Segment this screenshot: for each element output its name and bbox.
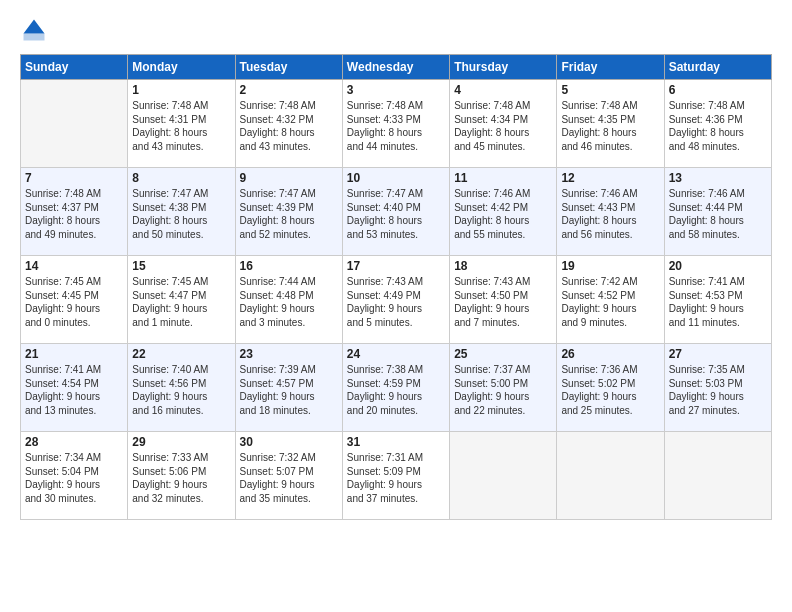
weekday-header-sunday: Sunday [21,55,128,80]
calendar-cell: 26Sunrise: 7:36 AMSunset: 5:02 PMDayligh… [557,344,664,432]
day-info: Sunrise: 7:43 AMSunset: 4:49 PMDaylight:… [347,275,445,329]
day-number: 22 [132,347,230,361]
weekday-header-monday: Monday [128,55,235,80]
day-number: 18 [454,259,552,273]
day-info: Sunrise: 7:48 AMSunset: 4:34 PMDaylight:… [454,99,552,153]
day-number: 21 [25,347,123,361]
day-info: Sunrise: 7:47 AMSunset: 4:40 PMDaylight:… [347,187,445,241]
day-number: 4 [454,83,552,97]
day-number: 24 [347,347,445,361]
day-number: 26 [561,347,659,361]
day-info: Sunrise: 7:35 AMSunset: 5:03 PMDaylight:… [669,363,767,417]
calendar-cell: 16Sunrise: 7:44 AMSunset: 4:48 PMDayligh… [235,256,342,344]
calendar-cell: 8Sunrise: 7:47 AMSunset: 4:38 PMDaylight… [128,168,235,256]
calendar-cell: 3Sunrise: 7:48 AMSunset: 4:33 PMDaylight… [342,80,449,168]
calendar-cell: 15Sunrise: 7:45 AMSunset: 4:47 PMDayligh… [128,256,235,344]
logo [20,16,52,44]
day-info: Sunrise: 7:46 AMSunset: 4:42 PMDaylight:… [454,187,552,241]
day-info: Sunrise: 7:45 AMSunset: 4:47 PMDaylight:… [132,275,230,329]
page: SundayMondayTuesdayWednesdayThursdayFrid… [0,0,792,612]
day-number: 13 [669,171,767,185]
day-number: 1 [132,83,230,97]
day-number: 8 [132,171,230,185]
weekday-header-tuesday: Tuesday [235,55,342,80]
day-info: Sunrise: 7:41 AMSunset: 4:54 PMDaylight:… [25,363,123,417]
day-info: Sunrise: 7:38 AMSunset: 4:59 PMDaylight:… [347,363,445,417]
weekday-header-wednesday: Wednesday [342,55,449,80]
day-info: Sunrise: 7:48 AMSunset: 4:31 PMDaylight:… [132,99,230,153]
calendar-cell [450,432,557,520]
day-info: Sunrise: 7:39 AMSunset: 4:57 PMDaylight:… [240,363,338,417]
day-number: 15 [132,259,230,273]
svg-marker-0 [24,20,45,34]
day-info: Sunrise: 7:40 AMSunset: 4:56 PMDaylight:… [132,363,230,417]
day-number: 12 [561,171,659,185]
calendar-cell: 5Sunrise: 7:48 AMSunset: 4:35 PMDaylight… [557,80,664,168]
day-number: 6 [669,83,767,97]
calendar-cell: 19Sunrise: 7:42 AMSunset: 4:52 PMDayligh… [557,256,664,344]
calendar-table: SundayMondayTuesdayWednesdayThursdayFrid… [20,54,772,520]
svg-rect-1 [24,34,45,41]
day-number: 16 [240,259,338,273]
calendar-cell: 28Sunrise: 7:34 AMSunset: 5:04 PMDayligh… [21,432,128,520]
weekday-header-friday: Friday [557,55,664,80]
day-info: Sunrise: 7:32 AMSunset: 5:07 PMDaylight:… [240,451,338,505]
calendar-week-row: 1Sunrise: 7:48 AMSunset: 4:31 PMDaylight… [21,80,772,168]
day-number: 31 [347,435,445,449]
day-number: 10 [347,171,445,185]
calendar-cell: 2Sunrise: 7:48 AMSunset: 4:32 PMDaylight… [235,80,342,168]
day-info: Sunrise: 7:48 AMSunset: 4:32 PMDaylight:… [240,99,338,153]
day-number: 2 [240,83,338,97]
day-number: 3 [347,83,445,97]
calendar-cell: 7Sunrise: 7:48 AMSunset: 4:37 PMDaylight… [21,168,128,256]
day-number: 17 [347,259,445,273]
calendar-cell: 14Sunrise: 7:45 AMSunset: 4:45 PMDayligh… [21,256,128,344]
calendar-cell: 31Sunrise: 7:31 AMSunset: 5:09 PMDayligh… [342,432,449,520]
calendar-week-row: 7Sunrise: 7:48 AMSunset: 4:37 PMDaylight… [21,168,772,256]
calendar-cell: 29Sunrise: 7:33 AMSunset: 5:06 PMDayligh… [128,432,235,520]
day-info: Sunrise: 7:31 AMSunset: 5:09 PMDaylight:… [347,451,445,505]
calendar-cell: 30Sunrise: 7:32 AMSunset: 5:07 PMDayligh… [235,432,342,520]
calendar-cell: 10Sunrise: 7:47 AMSunset: 4:40 PMDayligh… [342,168,449,256]
calendar-cell: 4Sunrise: 7:48 AMSunset: 4:34 PMDaylight… [450,80,557,168]
calendar-cell: 9Sunrise: 7:47 AMSunset: 4:39 PMDaylight… [235,168,342,256]
day-info: Sunrise: 7:48 AMSunset: 4:37 PMDaylight:… [25,187,123,241]
header [20,16,772,44]
calendar-cell: 22Sunrise: 7:40 AMSunset: 4:56 PMDayligh… [128,344,235,432]
day-info: Sunrise: 7:47 AMSunset: 4:38 PMDaylight:… [132,187,230,241]
calendar-cell: 12Sunrise: 7:46 AMSunset: 4:43 PMDayligh… [557,168,664,256]
day-info: Sunrise: 7:43 AMSunset: 4:50 PMDaylight:… [454,275,552,329]
day-info: Sunrise: 7:46 AMSunset: 4:44 PMDaylight:… [669,187,767,241]
calendar-cell: 18Sunrise: 7:43 AMSunset: 4:50 PMDayligh… [450,256,557,344]
day-info: Sunrise: 7:36 AMSunset: 5:02 PMDaylight:… [561,363,659,417]
calendar-cell: 17Sunrise: 7:43 AMSunset: 4:49 PMDayligh… [342,256,449,344]
day-info: Sunrise: 7:48 AMSunset: 4:36 PMDaylight:… [669,99,767,153]
day-number: 9 [240,171,338,185]
day-info: Sunrise: 7:48 AMSunset: 4:33 PMDaylight:… [347,99,445,153]
day-info: Sunrise: 7:33 AMSunset: 5:06 PMDaylight:… [132,451,230,505]
day-number: 25 [454,347,552,361]
day-number: 29 [132,435,230,449]
calendar-cell: 6Sunrise: 7:48 AMSunset: 4:36 PMDaylight… [664,80,771,168]
calendar-cell: 13Sunrise: 7:46 AMSunset: 4:44 PMDayligh… [664,168,771,256]
day-info: Sunrise: 7:37 AMSunset: 5:00 PMDaylight:… [454,363,552,417]
day-number: 11 [454,171,552,185]
calendar-cell [21,80,128,168]
day-info: Sunrise: 7:42 AMSunset: 4:52 PMDaylight:… [561,275,659,329]
day-info: Sunrise: 7:44 AMSunset: 4:48 PMDaylight:… [240,275,338,329]
calendar-cell: 25Sunrise: 7:37 AMSunset: 5:00 PMDayligh… [450,344,557,432]
calendar-cell [557,432,664,520]
day-number: 7 [25,171,123,185]
weekday-header-row: SundayMondayTuesdayWednesdayThursdayFrid… [21,55,772,80]
day-info: Sunrise: 7:46 AMSunset: 4:43 PMDaylight:… [561,187,659,241]
day-info: Sunrise: 7:41 AMSunset: 4:53 PMDaylight:… [669,275,767,329]
weekday-header-thursday: Thursday [450,55,557,80]
day-number: 23 [240,347,338,361]
calendar-cell [664,432,771,520]
calendar-cell: 27Sunrise: 7:35 AMSunset: 5:03 PMDayligh… [664,344,771,432]
day-number: 27 [669,347,767,361]
calendar-cell: 21Sunrise: 7:41 AMSunset: 4:54 PMDayligh… [21,344,128,432]
calendar-cell: 24Sunrise: 7:38 AMSunset: 4:59 PMDayligh… [342,344,449,432]
calendar-cell: 23Sunrise: 7:39 AMSunset: 4:57 PMDayligh… [235,344,342,432]
day-number: 19 [561,259,659,273]
